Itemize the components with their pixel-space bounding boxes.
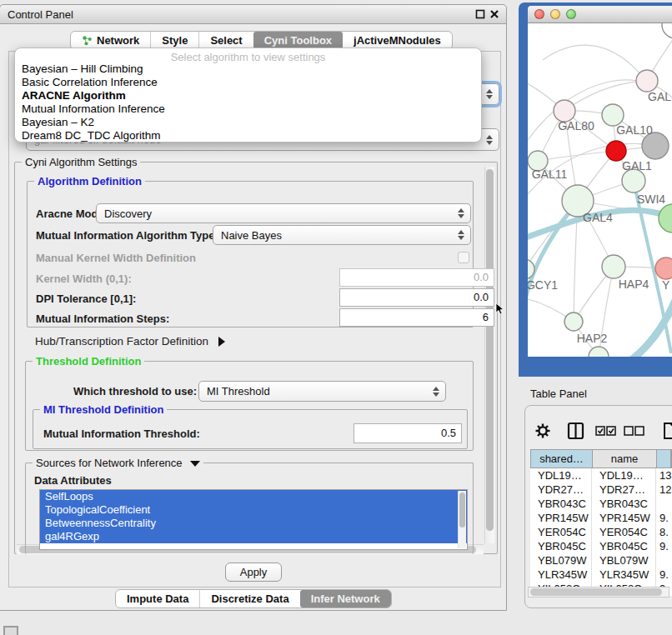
close-icon[interactable] — [489, 9, 499, 19]
table-row[interactable]: YLR345W YLR345W 9. — [530, 568, 672, 582]
list-item-gal4rgexp[interactable]: gal4RGexp — [40, 530, 467, 543]
tab-select[interactable]: Select — [198, 32, 253, 49]
list-item-topologicalcoefficient[interactable]: TopologicalCoefficient — [40, 503, 467, 517]
minimized-panel-box[interactable] — [3, 626, 18, 635]
network-node-bright-green[interactable] — [659, 204, 672, 232]
algorithm-item-aracne[interactable]: ARACNE Algorithm — [18, 89, 479, 102]
data-attributes-listbox: SelfLoops TopologicalCoefficient Between… — [39, 489, 468, 550]
apply-button[interactable]: Apply — [225, 562, 282, 582]
zoom-traffic-light-icon[interactable] — [566, 9, 576, 19]
network-node-gal-top[interactable] — [636, 70, 658, 92]
table-row[interactable]: YBR043C YBR043C — [530, 497, 672, 511]
settings-vertical-scrollbar-thumb[interactable] — [486, 169, 494, 531]
control-panel-titlebar: Control Panel — [0, 5, 506, 24]
close-traffic-light-icon[interactable] — [534, 9, 544, 19]
float-window-icon[interactable] — [475, 9, 485, 19]
sources-title-wrap[interactable]: Sources for Network Inference — [33, 457, 203, 469]
mi-threshold-definition-title: MI Threshold Definition — [40, 403, 167, 416]
mi-algorithm-type-value: Naive Bayes — [221, 229, 282, 242]
dpi-tolerance-field[interactable]: 0.0 — [339, 288, 494, 307]
network-canvas[interactable]: GAL GAL80 GAL10 GAL1 GAL11 SWI4 GAL4 GCY… — [528, 23, 672, 357]
node-label: GAL80 — [558, 119, 594, 132]
tab-impute-data[interactable]: Impute Data — [116, 590, 199, 608]
sources-title: Sources for Network Inference — [36, 457, 183, 469]
settings-vertical-scrollbar[interactable] — [484, 167, 494, 543]
network-node-hap4[interactable] — [602, 255, 625, 278]
table-row[interactable]: YBL079W YBL079W — [530, 553, 672, 568]
table-row[interactable]: YPR145W YPR145W 9. — [530, 511, 672, 525]
cell-shared: YBL079W — [530, 553, 592, 568]
algorithm-item-mutual-information[interactable]: Mutual Information Inference — [18, 102, 479, 116]
cell-name: YBL079W — [592, 553, 656, 568]
tab-network[interactable]: Network — [71, 32, 150, 49]
table-horizontal-scrollbar-thumb[interactable] — [530, 588, 662, 596]
table-row[interactable]: YDL19… YDL19… 13 — [530, 468, 672, 482]
algorithm-item-bayesian-hill-climbing[interactable]: Bayesian – Hill Climbing — [18, 62, 479, 76]
tab-jactivemnodules[interactable]: jActiveMNodules — [343, 32, 452, 49]
cyni-algorithm-settings-title: Cyni Algorithm Settings — [22, 156, 140, 168]
table-row[interactable]: YDR27… YDR27… 12 — [530, 482, 672, 497]
table-row[interactable]: YBR045C YBR045C 9. — [530, 539, 672, 553]
algorithm-list: Bayesian – Hill Climbing Basic Correlati… — [18, 62, 479, 142]
algorithm-item-basic-correlation[interactable]: Basic Correlation Inference — [18, 76, 479, 89]
list-item-selfloops[interactable]: SelfLoops — [40, 490, 467, 503]
combo-stepper-icon — [486, 89, 493, 99]
columns-icon[interactable] — [569, 423, 583, 438]
mi-threshold-field[interactable]: 0.5 — [354, 423, 462, 443]
table-row[interactable]: YER054C YER054C 8. — [530, 525, 672, 539]
network-node-salmon[interactable] — [655, 258, 672, 279]
network-node-hap2[interactable] — [564, 312, 583, 331]
mi-algorithm-type-label: Mutual Information Algorithm Type: — [36, 229, 218, 242]
hub-definition-label: Hub/Transcription Factor Definition — [35, 335, 208, 348]
cell-value: 13 — [656, 468, 672, 482]
column-header-partial[interactable] — [657, 450, 671, 468]
cell-value: 9. — [656, 511, 672, 525]
node-label: HAP4 — [619, 278, 649, 291]
tab-discretize-data[interactable]: Discretize Data — [199, 590, 299, 608]
node-label: HAP2 — [577, 332, 608, 345]
sources-group: Sources for Network Inference Data Attri… — [25, 462, 474, 554]
tab-impute-data-label: Impute Data — [127, 592, 188, 605]
tab-cyni-toolbox[interactable]: Cyni Toolbox — [253, 32, 343, 49]
aracne-mode-combobox[interactable]: Discovery — [96, 203, 471, 223]
algorithm-item-dream8[interactable]: Dream8 DC_TDC Algorithm — [18, 129, 479, 142]
which-threshold-combobox[interactable]: MI Threshold — [198, 381, 446, 402]
cell-shared: YDR27… — [530, 482, 592, 497]
column-header-shared-name[interactable]: shared… — [531, 450, 593, 468]
network-node-swi4[interactable] — [622, 169, 645, 192]
listbox-scrollbar-thumb[interactable] — [459, 492, 465, 528]
cell-shared: YLR345W — [530, 568, 592, 582]
gear-icon[interactable] — [536, 424, 550, 438]
network-node-unlabeled[interactable] — [662, 23, 672, 38]
mi-steps-field[interactable]: 6 — [339, 308, 494, 327]
cell-value — [656, 497, 672, 511]
deselect-all-checks-icon[interactable] — [624, 427, 644, 435]
listbox-scrollbar[interactable] — [458, 491, 466, 548]
minimize-traffic-light-icon[interactable] — [550, 9, 560, 19]
tab-jactivemnodules-label: jActiveMNodules — [354, 34, 441, 47]
new-table-icon[interactable] — [664, 423, 672, 438]
cell-name: YER054C — [592, 525, 656, 539]
select-all-checks-icon[interactable] — [596, 427, 615, 435]
algorithm-item-bayesian-k2[interactable]: Bayesian – K2 — [18, 116, 479, 129]
tab-network-label: Network — [97, 34, 139, 47]
table-horizontal-scrollbar[interactable] — [528, 587, 669, 598]
manual-kernel-width-checkbox[interactable] — [458, 252, 469, 263]
tab-style[interactable]: Style — [150, 32, 198, 49]
list-item-betweennesscentrality[interactable]: BetweennessCentrality — [40, 517, 467, 530]
tab-style-label: Style — [162, 34, 188, 47]
hub-definition-expander[interactable]: Hub/Transcription Factor Definition — [35, 335, 225, 348]
kernel-width-label: Kernel Width (0,1): — [36, 272, 132, 285]
column-header-name[interactable]: name — [593, 450, 657, 468]
network-node-gal1-red[interactable] — [606, 141, 626, 161]
network-highlighted-edges — [528, 181, 672, 357]
mi-algorithm-type-combobox[interactable]: Naive Bayes — [213, 225, 471, 245]
kernel-width-field[interactable]: 0.0 — [339, 268, 494, 287]
cyni-algorithm-settings-group: Cyni Algorithm Settings Algorithm Defini… — [14, 162, 498, 554]
network-icon — [82, 35, 93, 46]
node-label: GAL10 — [616, 123, 653, 137]
node-label: GAL1 — [622, 159, 652, 172]
table-toolbar — [528, 419, 672, 443]
tab-infer-network[interactable]: Infer Network — [300, 590, 391, 608]
cell-value: 8. — [656, 525, 672, 539]
